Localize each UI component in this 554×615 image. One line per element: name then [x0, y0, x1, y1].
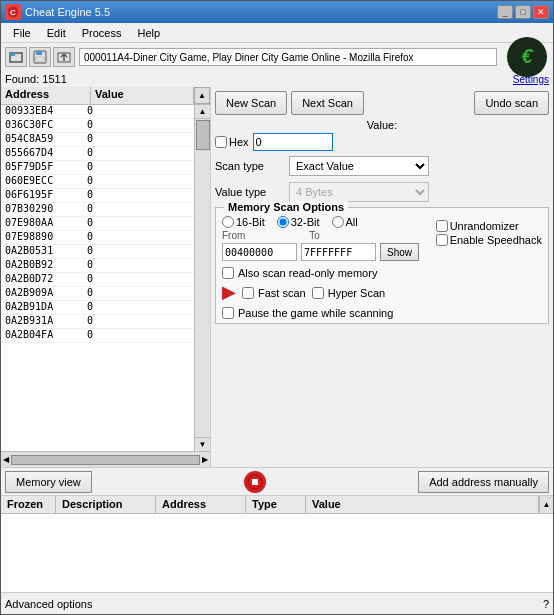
scan-options-row: ▶ Fast scan Hyper Scan — [222, 281, 542, 303]
list-item[interactable]: 0A2B04FA0 — [1, 329, 194, 343]
svg-rect-12 — [252, 479, 258, 485]
advanced-options-link[interactable]: Advanced options — [5, 598, 92, 610]
pause-label: Pause the game while scanning — [222, 307, 542, 319]
list-item[interactable]: 0A2B931A0 — [1, 315, 194, 329]
memory-scan-title: Memory Scan Options — [224, 201, 348, 213]
bottom-checkboxes: Also scan read-only memory ▶ Fast scan H… — [222, 265, 542, 319]
menu-process[interactable]: Process — [74, 25, 130, 41]
list-scroll-up[interactable]: ▲ — [194, 87, 210, 104]
list-item[interactable]: 054C8A590 — [1, 133, 194, 147]
hyperscan-label: Hyper Scan — [312, 287, 385, 299]
horizontal-scrollbar[interactable]: ◀ ▶ — [1, 451, 210, 467]
value-col-header: Value — [306, 496, 539, 513]
to-input[interactable] — [301, 243, 376, 261]
list-item[interactable]: 036C30FC0 — [1, 119, 194, 133]
load-button[interactable] — [53, 47, 75, 67]
list-header: Address Value ▲ — [1, 87, 210, 105]
svg-rect-3 — [10, 53, 15, 56]
all-radio[interactable] — [332, 216, 344, 228]
16bit-label: 16-Bit — [236, 216, 265, 228]
window: C Cheat Engine 5.5 _ □ ✕ File Edit Proce… — [0, 0, 554, 615]
close-button[interactable]: ✕ — [533, 5, 549, 19]
32bit-radio-label: 32-Bit — [277, 216, 320, 228]
scan-options-panel: New Scan Next Scan Undo scan Value: Hex … — [211, 87, 553, 467]
title-text: Cheat Engine 5.5 — [25, 6, 110, 18]
show-button[interactable]: Show — [380, 243, 419, 261]
list-item[interactable]: 0A2B05310 — [1, 245, 194, 259]
add-address-button[interactable]: Add address manually — [418, 471, 549, 493]
stop-scan-button[interactable] — [244, 471, 266, 493]
list-item[interactable]: 07E980AA0 — [1, 217, 194, 231]
found-count: Found: 1511 — [5, 73, 67, 85]
menu-file[interactable]: File — [5, 25, 39, 41]
list-item[interactable]: 0A2B909A0 — [1, 287, 194, 301]
speedhack-text: Enable Speedhack — [450, 234, 542, 246]
32bit-label: 32-Bit — [291, 216, 320, 228]
open-process-button[interactable] — [5, 47, 27, 67]
value-type-row: Value type 4 Bytes — [215, 181, 549, 203]
readonly-checkbox[interactable] — [222, 267, 234, 279]
list-scrollbar[interactable]: ▲ ▼ — [194, 105, 210, 451]
scroll-thumb[interactable] — [196, 120, 210, 150]
fastscan-label: Fast scan — [242, 287, 306, 299]
hex-checkbox-label: Hex — [215, 136, 249, 148]
list-item[interactable]: 07E988900 — [1, 231, 194, 245]
hex-checkbox[interactable] — [215, 136, 227, 148]
side-options: Unrandomizer Enable Speedhack — [436, 220, 542, 246]
menu-help[interactable]: Help — [129, 25, 168, 41]
unrandomizer-text: Unrandomizer — [450, 220, 519, 232]
hyperscan-checkbox[interactable] — [312, 287, 324, 299]
fastscan-checkbox[interactable] — [242, 287, 254, 299]
from-input[interactable] — [222, 243, 297, 261]
scroll-left-btn[interactable]: ◀ — [3, 455, 9, 464]
value-input[interactable] — [253, 133, 333, 151]
type-col-header: Type — [246, 496, 306, 513]
frozen-table-area: Frozen Description Address Type Value ▲ — [1, 495, 553, 592]
list-item[interactable]: 055667D40 — [1, 147, 194, 161]
32bit-radio[interactable] — [277, 216, 289, 228]
process-address-input[interactable] — [79, 48, 497, 66]
save-button[interactable] — [29, 47, 51, 67]
advanced-options-row: Advanced options ? — [1, 592, 553, 614]
unrandomizer-checkbox[interactable] — [436, 220, 448, 232]
menu-edit[interactable]: Edit — [39, 25, 74, 41]
unrandomizer-label: Unrandomizer — [436, 220, 542, 232]
scan-type-select[interactable]: Exact Value Bigger than... Smaller than.… — [289, 156, 429, 176]
frozen-col-header: Frozen — [1, 496, 56, 513]
app-icon: C — [5, 4, 21, 20]
minimize-button[interactable]: _ — [497, 5, 513, 19]
list-item[interactable]: 07B302900 — [1, 203, 194, 217]
hyperscan-text: Hyper Scan — [328, 287, 385, 299]
scroll-up-btn[interactable]: ▲ — [195, 105, 210, 119]
fastscan-text: Fast scan — [258, 287, 306, 299]
undo-scan-button[interactable]: Undo scan — [474, 91, 549, 115]
memory-view-button[interactable]: Memory view — [5, 471, 92, 493]
address-col-header: Address — [156, 496, 246, 513]
svg-text:€: € — [521, 45, 533, 67]
16bit-radio[interactable] — [222, 216, 234, 228]
frozen-table-header: Frozen Description Address Type Value ▲ — [1, 496, 553, 514]
frozen-scroll-arrow[interactable]: ▲ — [539, 496, 553, 513]
pause-checkbox[interactable] — [222, 307, 234, 319]
value-type-select[interactable]: 4 Bytes — [289, 182, 429, 202]
16bit-radio-label: 16-Bit — [222, 216, 265, 228]
value-column-header: Value — [91, 87, 194, 104]
list-item[interactable]: 060E9ECC0 — [1, 175, 194, 189]
list-item[interactable]: 00933EB40 — [1, 105, 194, 119]
frozen-table-body — [1, 514, 553, 592]
list-item[interactable]: 0A2B0D720 — [1, 273, 194, 287]
scroll-right-btn[interactable]: ▶ — [202, 455, 208, 464]
list-item[interactable]: 0A2B0B920 — [1, 259, 194, 273]
scroll-down-btn[interactable]: ▼ — [195, 437, 210, 451]
memory-scan-options-box: Memory Scan Options 16-Bit 32-Bit All — [215, 207, 549, 324]
help-button[interactable]: ? — [543, 598, 549, 610]
new-scan-button[interactable]: New Scan — [215, 91, 287, 115]
list-item[interactable]: 0A2B91DA0 — [1, 301, 194, 315]
horiz-scroll-thumb[interactable] — [11, 455, 200, 465]
main-area: Address Value ▲ 00933EB40 036C30FC0 054C… — [1, 87, 553, 467]
speedhack-checkbox[interactable] — [436, 234, 448, 246]
next-scan-button[interactable]: Next Scan — [291, 91, 364, 115]
list-item[interactable]: 06F6195F0 — [1, 189, 194, 203]
maximize-button[interactable]: □ — [515, 5, 531, 19]
list-item[interactable]: 05F79D5F0 — [1, 161, 194, 175]
